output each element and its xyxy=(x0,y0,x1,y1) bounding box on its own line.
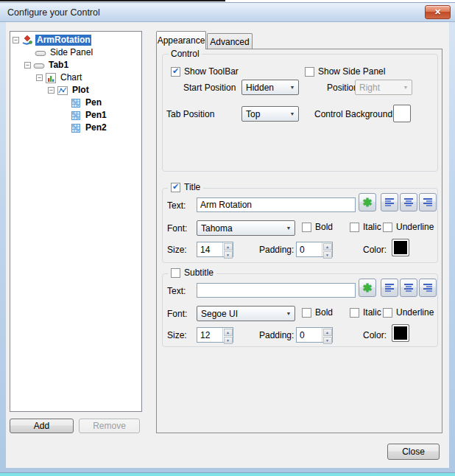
spin-down-icon[interactable]: ▼ xyxy=(224,337,233,344)
tree-item-chart[interactable]: − Chart xyxy=(10,71,141,84)
spin-down-icon[interactable]: ▼ xyxy=(224,251,233,259)
title-format-button[interactable]: ✱ xyxy=(359,193,376,211)
title-underline-label: Underline xyxy=(396,222,434,232)
title-font-select[interactable]: Tahoma ▼ xyxy=(197,220,295,236)
start-position-label: Start Position xyxy=(183,83,236,93)
title-group: ✔ Title Text: ✱ xyxy=(162,188,438,263)
tab-advanced[interactable]: Advanced xyxy=(207,33,253,49)
tree-item-side-panel[interactable]: Side Panel xyxy=(10,46,141,59)
chevron-down-icon: ▼ xyxy=(286,111,298,116)
subtitle-padding-stepper[interactable]: 0 ▲ ▼ xyxy=(296,327,333,343)
align-left-icon xyxy=(384,283,395,293)
title-bold-label: Bold xyxy=(315,222,333,232)
add-button[interactable]: Add xyxy=(10,419,74,433)
tree-item-pen1[interactable]: Pen1 xyxy=(10,109,141,122)
tree-item-armrotation[interactable]: − ArmRotation xyxy=(10,34,141,46)
subtitle-italic-checkbox[interactable] xyxy=(350,308,359,318)
tree-item-pen[interactable]: Pen xyxy=(10,97,141,109)
spin-up-icon[interactable]: ▲ xyxy=(224,329,233,336)
title-align-left-button[interactable] xyxy=(381,193,398,211)
subtitle-bold-checkbox[interactable] xyxy=(302,308,311,318)
align-right-icon xyxy=(423,283,433,293)
title-bold-checkbox[interactable] xyxy=(302,223,311,232)
close-button[interactable]: Close xyxy=(387,444,440,460)
chart-icon xyxy=(45,72,57,84)
tab-appearance[interactable]: Appearance xyxy=(156,31,206,49)
collapse-toggle-icon[interactable]: − xyxy=(36,74,43,81)
title-text-input[interactable] xyxy=(197,197,356,212)
position-select[interactable]: Right ▼ xyxy=(355,80,412,95)
subtitle-underline-checkbox[interactable] xyxy=(383,308,392,318)
pen-grid-icon xyxy=(70,97,82,109)
subtitle-align-left-button[interactable] xyxy=(381,279,398,297)
background-edge-line xyxy=(0,0,225,1)
title-padding-stepper[interactable]: 0 ▲ ▼ xyxy=(296,242,333,257)
chevron-down-icon: ▼ xyxy=(400,85,412,90)
subtitle-text-label: Text: xyxy=(167,286,186,296)
close-icon: ✕ xyxy=(434,8,441,16)
pen-grid-icon xyxy=(70,122,82,134)
subtitle-size-stepper[interactable]: 12 ▲ ▼ xyxy=(197,327,233,343)
title-padding-label: Padding: xyxy=(259,245,294,255)
subtitle-align-right-button[interactable] xyxy=(419,279,437,297)
tree-item-label: Chart xyxy=(59,72,83,83)
title-align-right-button[interactable] xyxy=(419,193,437,211)
tree-item-tab1[interactable]: − Tab1 xyxy=(10,59,141,71)
subtitle-text-input[interactable] xyxy=(197,283,356,298)
subtitle-bold-label: Bold xyxy=(315,307,333,318)
align-left-icon xyxy=(384,197,395,207)
check-icon: ✔ xyxy=(172,183,179,191)
tree-item-label: Pen2 xyxy=(84,122,108,133)
collapse-toggle-icon[interactable]: − xyxy=(24,62,31,69)
tree-item-label: Side Panel xyxy=(49,47,94,58)
spin-up-icon[interactable]: ▲ xyxy=(323,243,332,251)
pen-grid-icon xyxy=(70,110,82,122)
subtitle-group-legend: Subtitle xyxy=(184,267,214,278)
spin-down-icon[interactable]: ▼ xyxy=(323,251,332,259)
collapse-toggle-icon[interactable]: − xyxy=(48,87,54,94)
title-align-center-button[interactable] xyxy=(400,193,417,211)
align-right-icon xyxy=(423,197,433,207)
title-checkbox[interactable]: ✔ xyxy=(171,183,180,192)
title-color-swatch[interactable] xyxy=(392,239,409,256)
titlebar-close-button[interactable]: ✕ xyxy=(425,5,451,19)
background-strip xyxy=(0,472,455,476)
tree-item-plot[interactable]: − Plot xyxy=(10,84,141,97)
control-group-legend: Control xyxy=(169,49,202,59)
subtitle-font-select[interactable]: Segoe UI ▼ xyxy=(197,306,295,321)
titlebar[interactable]: Configure your Control ✕ xyxy=(0,3,455,22)
window-title: Configure your Control xyxy=(7,7,100,18)
subtitle-format-button[interactable]: ✱ xyxy=(359,279,376,297)
subtitle-checkbox[interactable] xyxy=(171,268,180,278)
title-underline-checkbox[interactable] xyxy=(383,223,392,232)
tree-item-label: Pen1 xyxy=(84,110,108,121)
show-side-panel-checkbox[interactable] xyxy=(305,67,314,77)
remove-button[interactable]: Remove xyxy=(79,419,140,433)
control-tree[interactable]: − ArmRotation Side Panel xyxy=(10,31,142,412)
align-center-icon xyxy=(403,197,414,207)
control-background-swatch[interactable] xyxy=(393,105,411,122)
title-group-legend: Title xyxy=(184,182,200,192)
title-italic-label: Italic xyxy=(363,222,381,232)
subtitle-align-center-button[interactable] xyxy=(400,279,417,297)
dialog-client-area: − ArmRotation Side Panel xyxy=(6,22,449,468)
spin-up-icon[interactable]: ▲ xyxy=(323,329,332,336)
gear-icon: ✱ xyxy=(363,197,373,208)
configure-control-dialog: Configure your Control ✕ − ArmRotation xyxy=(0,3,455,472)
show-side-panel-label: Show Side Panel xyxy=(318,66,385,77)
title-size-stepper[interactable]: 14 ▲ ▼ xyxy=(197,242,233,257)
tab-position-select[interactable]: Top ▼ xyxy=(241,106,299,122)
subtitle-color-swatch[interactable] xyxy=(392,324,409,342)
title-color-label: Color: xyxy=(363,245,387,255)
collapse-toggle-icon[interactable]: − xyxy=(13,37,19,43)
start-position-select[interactable]: Hidden ▼ xyxy=(241,80,299,95)
subtitle-size-label: Size: xyxy=(167,330,187,340)
show-toolbar-checkbox[interactable]: ✔ xyxy=(171,67,180,77)
spin-down-icon[interactable]: ▼ xyxy=(323,337,332,344)
tree-item-pen2[interactable]: Pen2 xyxy=(10,122,141,134)
show-toolbar-label: Show ToolBar xyxy=(184,66,239,77)
subtitle-underline-label: Underline xyxy=(396,307,434,318)
align-center-icon xyxy=(403,283,414,293)
spin-up-icon[interactable]: ▲ xyxy=(224,243,233,251)
title-italic-checkbox[interactable] xyxy=(350,223,359,232)
